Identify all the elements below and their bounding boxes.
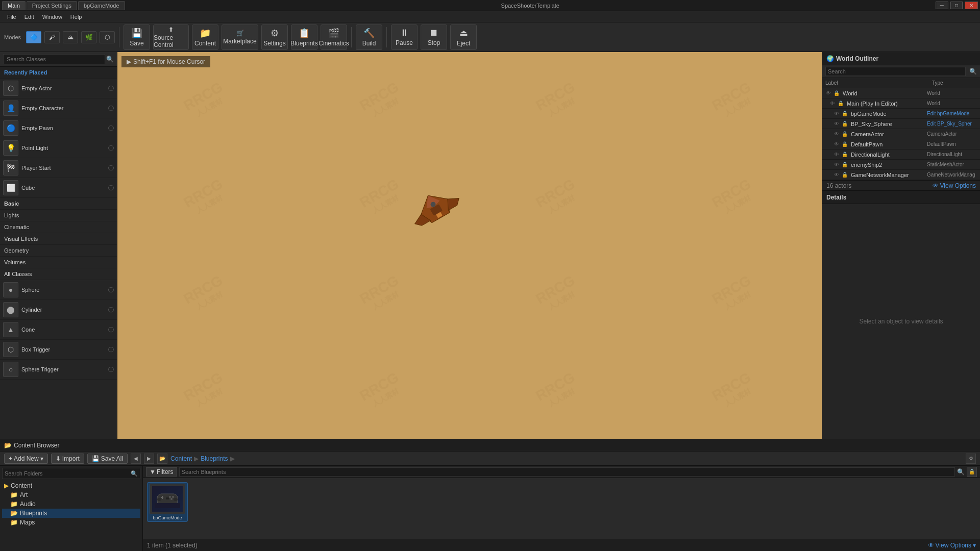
- eject-button[interactable]: ⏏ Eject: [450, 24, 477, 50]
- list-item-empty-actor[interactable]: ⬡ Empty Actor ⓘ: [0, 79, 117, 98]
- col-label-header[interactable]: Label: [822, 80, 929, 86]
- content-browser-icon: 📂: [4, 442, 12, 449]
- cb-view-options[interactable]: 👁 View Options ▾: [928, 542, 976, 549]
- folder-art[interactable]: 📁 Art: [2, 490, 140, 499]
- category-visual-effects[interactable]: Visual Effects: [0, 233, 117, 245]
- nav-back-button[interactable]: ◀: [131, 454, 141, 464]
- lock-icon-pawn: 🔒: [841, 140, 849, 148]
- menu-help[interactable]: Help: [66, 13, 86, 21]
- outliner-item-bpgamemode[interactable]: 👁 🔒 bpGameMode Edit bpGameMode: [822, 109, 980, 119]
- add-new-button[interactable]: + Add New ▾: [4, 454, 48, 464]
- mode-paint[interactable]: 🖌: [44, 31, 60, 43]
- tab-bpgamemode[interactable]: bpGameMode: [78, 1, 125, 10]
- outliner-item-camera[interactable]: 👁 🔒 CameraActor CameraActor: [822, 129, 980, 139]
- add-new-label: Add New: [14, 455, 39, 462]
- category-geometry[interactable]: Geometry: [0, 245, 117, 257]
- list-item-player-start[interactable]: 🏁 Player Start ⓘ: [0, 158, 117, 178]
- menu-file[interactable]: File: [3, 13, 20, 21]
- plus-icon: +: [9, 455, 12, 462]
- save-all-button[interactable]: 💾 Save All: [87, 454, 128, 464]
- svg-rect-14: [157, 498, 161, 501]
- svg-rect-13: [166, 497, 169, 499]
- marketplace-button[interactable]: 🛒 Marketplace: [222, 24, 258, 50]
- menu-window[interactable]: Window: [38, 13, 66, 21]
- list-item-cylinder[interactable]: ⬤ Cylinder ⓘ: [0, 300, 117, 320]
- list-item-empty-pawn[interactable]: 🔵 Empty Pawn ⓘ: [0, 118, 117, 138]
- mode-geometry[interactable]: ⬡: [100, 31, 115, 43]
- blueprints-button[interactable]: 📋 Blueprints: [291, 24, 317, 50]
- vis-icon-main: 👁: [828, 99, 837, 108]
- list-item-cone[interactable]: ▲ Cone ⓘ: [0, 320, 117, 340]
- category-cinematic[interactable]: Cinematic: [0, 221, 117, 233]
- cb-folders: 🔍 ▶ Content 📁 Art 📁 Audio 📂 Blueprints 📁…: [0, 466, 143, 551]
- folder-blueprints-label: Blueprints: [20, 510, 47, 517]
- stop-button[interactable]: ⏹ Stop: [421, 24, 447, 50]
- pause-button[interactable]: ⏸ Pause: [391, 24, 418, 50]
- vis-icon-world: 👁: [824, 89, 832, 97]
- cinematics-button[interactable]: 🎬 Cinematics: [321, 24, 347, 50]
- lock-icon-main: 🔒: [837, 99, 845, 108]
- list-item-empty-character[interactable]: 👤 Empty Character ⓘ: [0, 98, 117, 118]
- close-button[interactable]: ✕: [965, 2, 978, 9]
- folder-content[interactable]: ▶ Content: [2, 481, 140, 490]
- maximize-button[interactable]: □: [950, 2, 963, 9]
- content-button[interactable]: 📁 Content: [192, 24, 218, 50]
- category-lights[interactable]: Lights: [0, 210, 117, 221]
- tab-project-settings[interactable]: Project Settings: [27, 1, 77, 10]
- outliner-item-defaultpawn[interactable]: 👁 🔒 DefaultPawn DefaultPawn: [822, 139, 980, 149]
- outliner-search-input[interactable]: [825, 67, 966, 76]
- details-title: Details: [826, 194, 846, 201]
- list-item-sphere-trigger[interactable]: ○ Sphere Trigger ⓘ: [0, 360, 117, 380]
- cb-lock-button[interactable]: 🔒: [967, 467, 977, 477]
- settings-button[interactable]: ⚙ Settings: [261, 24, 288, 50]
- lock-icon-ship: 🔒: [841, 161, 849, 169]
- list-item-box-trigger[interactable]: ⬡ Box Trigger ⓘ: [0, 340, 117, 360]
- outliner-item-main[interactable]: 👁 🔒 Main (Play In Editor) World: [822, 98, 980, 109]
- folder-blueprints[interactable]: 📂 Blueprints: [2, 509, 140, 518]
- outliner-view-options[interactable]: 👁 View Options: [933, 182, 976, 189]
- content-browser-header: 📂 Content Browser: [0, 439, 980, 452]
- save-button[interactable]: 💾 Save: [124, 24, 150, 50]
- outliner-item-networkmanager[interactable]: 👁 🔒 GameNetworkManager GameNetworkManag: [822, 170, 980, 180]
- import-button[interactable]: ⬇ Import: [51, 454, 84, 464]
- left-panel: 🔍 Recently Placed ⬡ Empty Actor ⓘ 👤 Empt…: [0, 52, 117, 439]
- outliner-item-world[interactable]: 👁 🔒 World World: [822, 88, 980, 98]
- breadcrumb-blueprints[interactable]: Blueprints: [201, 455, 228, 462]
- outliner-link-sky[interactable]: Edit BP_Sky_Spher: [927, 121, 978, 127]
- category-recently-placed[interactable]: Recently Placed: [0, 67, 117, 79]
- category-all-classes[interactable]: All Classes: [0, 268, 117, 280]
- build-button[interactable]: 🔨 Build: [356, 24, 382, 50]
- list-item-cube[interactable]: ⬜ Cube ⓘ: [0, 178, 117, 198]
- menu-edit[interactable]: Edit: [20, 13, 38, 21]
- outliner-item-directionallight[interactable]: 👁 🔒 DirectionalLight DirectionalLight: [822, 149, 980, 160]
- source-control-label: Source Control: [154, 34, 188, 48]
- viewport[interactable]: RRCG人人素材 RRCG人人素材 RRCG人人素材 RRCG人人素材 RRCG…: [117, 52, 822, 439]
- cb-options-button[interactable]: ⚙: [966, 454, 976, 464]
- nav-forward-button[interactable]: ▶: [144, 454, 154, 464]
- search-classes-input[interactable]: [3, 54, 105, 64]
- list-item-point-light[interactable]: 💡 Point Light ⓘ: [0, 138, 117, 158]
- category-volumes[interactable]: Volumes: [0, 257, 117, 268]
- mode-place[interactable]: 🔷: [26, 31, 41, 43]
- asset-bpgamemode[interactable]: bpGameMode: [147, 482, 188, 522]
- outliner-item-bpskysphere[interactable]: 👁 🔒 BP_Sky_Sphere Edit BP_Sky_Spher: [822, 119, 980, 129]
- folder-search-input[interactable]: [5, 469, 131, 478]
- mode-landscape[interactable]: ⛰: [63, 31, 78, 43]
- list-item-sphere[interactable]: ● Sphere ⓘ: [0, 280, 117, 300]
- outliner-item-enemyship[interactable]: 👁 🔒 enemyShip2 StaticMeshActor: [822, 160, 980, 170]
- vis-icon-camera: 👁: [832, 130, 841, 138]
- vis-icon-sky: 👁: [832, 120, 841, 128]
- filters-button[interactable]: ▼ Filters: [146, 467, 177, 477]
- outliner-link-bpgamemode[interactable]: Edit bpGameMode: [927, 111, 978, 116]
- minimize-button[interactable]: ─: [936, 2, 948, 9]
- nav-browse-button[interactable]: 📂: [157, 454, 167, 464]
- folder-maps[interactable]: 📁 Maps: [2, 518, 140, 527]
- source-control-button[interactable]: ⬆ Source Control: [153, 24, 189, 50]
- world-outliner-icon: 🌍: [826, 55, 834, 62]
- asset-search-input[interactable]: [179, 467, 955, 477]
- mode-foliage[interactable]: 🌿: [81, 31, 96, 43]
- category-basic[interactable]: Basic: [0, 198, 117, 210]
- tab-main[interactable]: Main: [2, 1, 26, 10]
- folder-audio[interactable]: 📁 Audio: [2, 499, 140, 509]
- breadcrumb-content[interactable]: Content: [170, 455, 192, 462]
